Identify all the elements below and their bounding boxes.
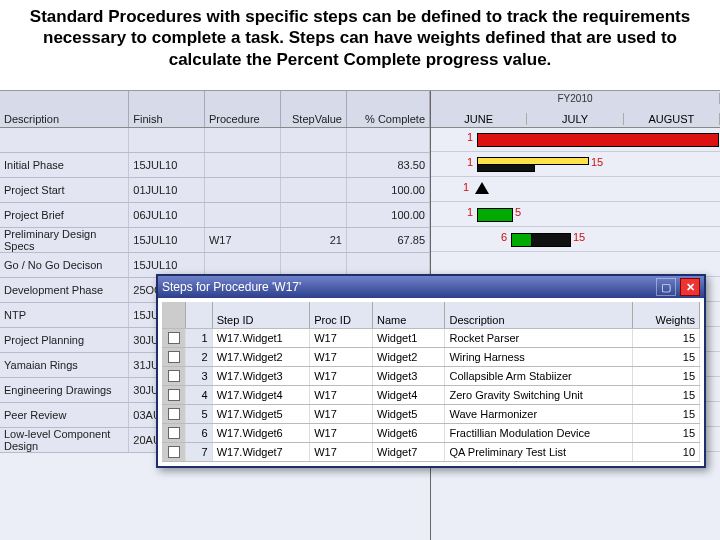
cell[interactable]: NTP <box>0 303 129 327</box>
cell[interactable]: Low-level Component Design <box>0 428 129 452</box>
task-row[interactable]: Project Brief06JUL10100.00 <box>0 203 430 228</box>
cell[interactable] <box>281 178 347 202</box>
cell-weight[interactable]: 15 <box>633 367 700 385</box>
cell-weight[interactable]: 15 <box>633 348 700 366</box>
cell-name[interactable]: Widget4 <box>373 386 445 404</box>
cell-step-id[interactable]: W17.Widget3 <box>213 367 310 385</box>
milestone-icon[interactable] <box>475 182 489 194</box>
cell-step-id[interactable]: W17.Widget1 <box>213 329 310 347</box>
cell-proc-id[interactable]: W17 <box>310 405 373 423</box>
row-selector[interactable] <box>162 443 186 461</box>
dialog-titlebar[interactable]: Steps for Procedure 'W17' ▢ ✕ <box>158 276 704 298</box>
cell[interactable]: 01JUL10 <box>129 178 205 202</box>
task-row[interactable]: Initial Phase15JUL1083.50 <box>0 153 430 178</box>
cell-name[interactable]: Widget2 <box>373 348 445 366</box>
col-finish[interactable]: Finish <box>129 91 205 127</box>
row-number[interactable]: 4 <box>186 386 212 404</box>
cell[interactable]: 100.00 <box>347 203 430 227</box>
cell-name[interactable]: Widget5 <box>373 405 445 423</box>
row-number[interactable]: 5 <box>186 405 212 423</box>
cell-proc-id[interactable]: W17 <box>310 348 373 366</box>
cell-proc-id[interactable]: W17 <box>310 424 373 442</box>
cell[interactable] <box>205 128 281 152</box>
row-selector[interactable] <box>162 405 186 423</box>
cell-weight[interactable]: 15 <box>633 329 700 347</box>
gantt-row[interactable]: 6 15 <box>431 227 720 252</box>
cell[interactable]: 15JUL10 <box>129 228 205 252</box>
cell[interactable]: 83.50 <box>347 153 430 177</box>
row-number[interactable]: 7 <box>186 443 212 461</box>
gantt-row[interactable]: 1 5 <box>431 202 720 227</box>
cell[interactable] <box>205 153 281 177</box>
row-selector[interactable] <box>162 348 186 366</box>
cell-weight[interactable]: 15 <box>633 405 700 423</box>
col-procedure[interactable]: Procedure <box>205 91 281 127</box>
gantt-bar[interactable] <box>477 133 719 147</box>
cell[interactable]: 06JUL10 <box>129 203 205 227</box>
gantt-bar[interactable] <box>477 208 513 222</box>
cell[interactable] <box>0 128 129 152</box>
cell-step-id[interactable]: W17.Widget7 <box>213 443 310 461</box>
step-row[interactable]: 3W17.Widget3W17Widget3Collapsible Arm St… <box>162 367 700 386</box>
gantt-bar[interactable] <box>511 233 533 247</box>
cell-step-id[interactable]: W17.Widget4 <box>213 386 310 404</box>
cell-name[interactable]: Widget7 <box>373 443 445 461</box>
task-row[interactable] <box>0 128 430 153</box>
cell-proc-id[interactable]: W17 <box>310 386 373 404</box>
col-stepvalue[interactable]: StepValue <box>281 91 347 127</box>
step-row[interactable]: 7W17.Widget7W17Widget7QA Preliminary Tes… <box>162 443 700 462</box>
gantt-row[interactable]: 1 <box>431 127 720 152</box>
cell[interactable] <box>205 203 281 227</box>
cell-proc-id[interactable]: W17 <box>310 367 373 385</box>
cell-weight[interactable]: 15 <box>633 424 700 442</box>
cell-desc[interactable]: Fractillian Modulation Device <box>445 424 633 442</box>
steps-dialog[interactable]: Steps for Procedure 'W17' ▢ ✕ Step ID Pr… <box>156 274 706 468</box>
row-selector[interactable] <box>162 329 186 347</box>
cell-proc-id[interactable]: W17 <box>310 443 373 461</box>
steps-grid-body[interactable]: 1W17.Widget1W17Widget1Rocket Parser152W1… <box>162 329 700 462</box>
row-number[interactable]: 1 <box>186 329 212 347</box>
gantt-progress-bar[interactable] <box>477 157 589 165</box>
step-row[interactable]: 2W17.Widget2W17Widget2Wiring Harness15 <box>162 348 700 367</box>
cell[interactable] <box>281 203 347 227</box>
cell-name[interactable]: Widget6 <box>373 424 445 442</box>
col-description[interactable]: Description <box>0 91 129 127</box>
cell-desc[interactable]: Collapsible Arm Stabiizer <box>445 367 633 385</box>
cell[interactable]: 100.00 <box>347 178 430 202</box>
cell[interactable]: Development Phase <box>0 278 129 302</box>
col-rownum[interactable] <box>186 302 212 328</box>
cell-weight[interactable]: 10 <box>633 443 700 461</box>
cell[interactable]: Project Brief <box>0 203 129 227</box>
cell[interactable]: Preliminary Design Specs <box>0 228 129 252</box>
gantt-bar[interactable] <box>531 233 571 247</box>
cell-desc[interactable]: Zero Gravity Switching Unit <box>445 386 633 404</box>
cell-step-id[interactable]: W17.Widget2 <box>213 348 310 366</box>
col-proc-id[interactable]: Proc ID <box>310 302 373 328</box>
cell[interactable] <box>281 128 347 152</box>
col-weights[interactable]: Weights <box>633 302 700 328</box>
row-selector[interactable] <box>162 367 186 385</box>
cell[interactable]: Go / No Go Decison <box>0 253 129 277</box>
step-row[interactable]: 6W17.Widget6W17Widget6Fractillian Modula… <box>162 424 700 443</box>
col-select[interactable] <box>162 302 186 328</box>
cell[interactable] <box>129 128 205 152</box>
cell[interactable] <box>347 128 430 152</box>
row-number[interactable]: 3 <box>186 367 212 385</box>
cell[interactable] <box>205 178 281 202</box>
col-name[interactable]: Name <box>373 302 445 328</box>
cell[interactable]: Yamaian Rings <box>0 353 129 377</box>
step-row[interactable]: 5W17.Widget5W17Widget5Wave Harmonizer15 <box>162 405 700 424</box>
cell-name[interactable]: Widget3 <box>373 367 445 385</box>
cell-desc[interactable]: QA Preliminary Test List <box>445 443 633 461</box>
row-selector[interactable] <box>162 424 186 442</box>
gantt-row[interactable]: 1 <box>431 177 720 202</box>
cell-step-id[interactable]: W17.Widget6 <box>213 424 310 442</box>
cell-desc[interactable]: Rocket Parser <box>445 329 633 347</box>
cell-proc-id[interactable]: W17 <box>310 329 373 347</box>
col-desc[interactable]: Description <box>445 302 633 328</box>
cell[interactable]: 67.85 <box>347 228 430 252</box>
task-row[interactable]: Project Start01JUL10100.00 <box>0 178 430 203</box>
cell-desc[interactable]: Wiring Harness <box>445 348 633 366</box>
col-pct-complete[interactable]: % Complete <box>347 91 430 127</box>
close-button[interactable]: ✕ <box>680 278 700 296</box>
